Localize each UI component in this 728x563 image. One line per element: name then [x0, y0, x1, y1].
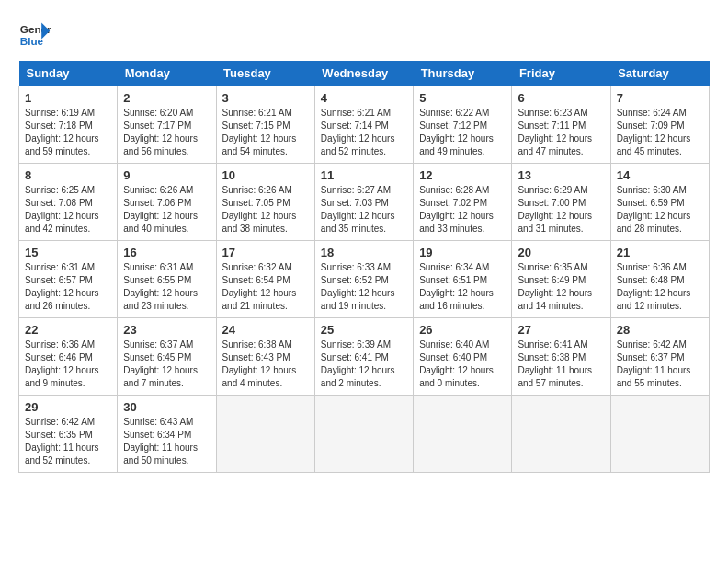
day-number: 29 — [25, 400, 111, 414]
day-number: 19 — [419, 246, 506, 259]
day-info: Sunrise: 6:25 AM Sunset: 7:08 PM Dayligh… — [25, 184, 111, 236]
day-number: 9 — [123, 168, 210, 182]
calendar-day-cell: 21 Sunrise: 6:36 AM Sunset: 6:48 PM Dayl… — [610, 241, 709, 318]
calendar-day-cell — [610, 396, 709, 473]
day-info: Sunrise: 6:35 AM Sunset: 6:49 PM Dayligh… — [518, 261, 604, 313]
day-of-week-header: Wednesday — [314, 61, 413, 86]
day-number: 6 — [518, 91, 604, 105]
day-info: Sunrise: 6:43 AM Sunset: 6:34 PM Dayligh… — [123, 416, 210, 467]
calendar-day-cell: 20 Sunrise: 6:35 AM Sunset: 6:49 PM Dayl… — [512, 241, 610, 318]
day-number: 1 — [25, 91, 111, 105]
calendar-day-cell: 22 Sunrise: 6:36 AM Sunset: 6:46 PM Dayl… — [19, 318, 118, 396]
day-number: 7 — [617, 91, 703, 105]
calendar-week-row: 22 Sunrise: 6:36 AM Sunset: 6:46 PM Dayl… — [19, 318, 710, 396]
day-info: Sunrise: 6:40 AM Sunset: 6:40 PM Dayligh… — [419, 339, 506, 390]
day-info: Sunrise: 6:37 AM Sunset: 6:45 PM Dayligh… — [123, 339, 210, 390]
day-number: 22 — [25, 323, 111, 337]
calendar-day-cell: 7 Sunrise: 6:24 AM Sunset: 7:09 PM Dayli… — [610, 86, 709, 164]
day-number: 21 — [617, 246, 703, 259]
calendar-table: SundayMondayTuesdayWednesdayThursdayFrid… — [18, 61, 710, 473]
day-info: Sunrise: 6:32 AM Sunset: 6:54 PM Dayligh… — [222, 261, 309, 313]
day-number: 4 — [321, 91, 407, 105]
calendar-week-row: 29 Sunrise: 6:42 AM Sunset: 6:35 PM Dayl… — [19, 396, 710, 473]
calendar-day-cell: 15 Sunrise: 6:31 AM Sunset: 6:57 PM Dayl… — [19, 241, 118, 318]
calendar-day-cell: 19 Sunrise: 6:34 AM Sunset: 6:51 PM Dayl… — [414, 241, 512, 318]
general-blue-logo-icon: General Blue — [18, 18, 51, 52]
day-number: 10 — [222, 168, 309, 182]
day-of-week-header: Thursday — [414, 61, 512, 86]
day-of-week-header: Saturday — [610, 61, 709, 86]
logo: General Blue — [18, 18, 51, 52]
calendar-header-row: SundayMondayTuesdayWednesdayThursdayFrid… — [19, 61, 710, 86]
day-info: Sunrise: 6:28 AM Sunset: 7:02 PM Dayligh… — [419, 184, 506, 236]
day-info: Sunrise: 6:23 AM Sunset: 7:11 PM Dayligh… — [518, 107, 604, 158]
day-of-week-header: Friday — [512, 61, 610, 86]
day-info: Sunrise: 6:31 AM Sunset: 6:57 PM Dayligh… — [25, 261, 111, 313]
day-of-week-header: Tuesday — [216, 61, 314, 86]
calendar-body: 1 Sunrise: 6:19 AM Sunset: 7:18 PM Dayli… — [19, 86, 710, 473]
day-info: Sunrise: 6:42 AM Sunset: 6:37 PM Dayligh… — [617, 339, 703, 390]
day-number: 27 — [518, 323, 604, 337]
calendar-day-cell: 1 Sunrise: 6:19 AM Sunset: 7:18 PM Dayli… — [19, 86, 118, 164]
day-info: Sunrise: 6:42 AM Sunset: 6:35 PM Dayligh… — [25, 416, 111, 467]
day-info: Sunrise: 6:29 AM Sunset: 7:00 PM Dayligh… — [518, 184, 604, 236]
calendar-day-cell: 13 Sunrise: 6:29 AM Sunset: 7:00 PM Dayl… — [512, 164, 610, 241]
day-info: Sunrise: 6:36 AM Sunset: 6:46 PM Dayligh… — [25, 339, 111, 390]
calendar-day-cell: 3 Sunrise: 6:21 AM Sunset: 7:15 PM Dayli… — [216, 86, 314, 164]
day-info: Sunrise: 6:26 AM Sunset: 7:06 PM Dayligh… — [123, 184, 210, 236]
calendar-day-cell: 10 Sunrise: 6:26 AM Sunset: 7:05 PM Dayl… — [216, 164, 314, 241]
day-number: 12 — [419, 168, 506, 182]
day-number: 2 — [123, 91, 210, 105]
day-number: 15 — [25, 246, 111, 259]
day-info: Sunrise: 6:39 AM Sunset: 6:41 PM Dayligh… — [321, 339, 407, 390]
page-header: General Blue — [18, 18, 710, 52]
calendar-day-cell: 12 Sunrise: 6:28 AM Sunset: 7:02 PM Dayl… — [414, 164, 512, 241]
calendar-week-row: 8 Sunrise: 6:25 AM Sunset: 7:08 PM Dayli… — [19, 164, 710, 241]
calendar-day-cell — [314, 396, 413, 473]
day-number: 25 — [321, 323, 407, 337]
day-info: Sunrise: 6:31 AM Sunset: 6:55 PM Dayligh… — [123, 261, 210, 313]
svg-text:Blue: Blue — [20, 35, 44, 47]
day-of-week-header: Monday — [118, 61, 216, 86]
calendar-day-cell: 30 Sunrise: 6:43 AM Sunset: 6:34 PM Dayl… — [118, 396, 216, 473]
calendar-day-cell: 17 Sunrise: 6:32 AM Sunset: 6:54 PM Dayl… — [216, 241, 314, 318]
day-info: Sunrise: 6:38 AM Sunset: 6:43 PM Dayligh… — [222, 339, 309, 390]
day-info: Sunrise: 6:36 AM Sunset: 6:48 PM Dayligh… — [617, 261, 703, 313]
calendar-day-cell — [414, 396, 512, 473]
day-info: Sunrise: 6:27 AM Sunset: 7:03 PM Dayligh… — [321, 184, 407, 236]
calendar-day-cell — [512, 396, 610, 473]
day-number: 18 — [321, 246, 407, 259]
calendar-day-cell: 5 Sunrise: 6:22 AM Sunset: 7:12 PM Dayli… — [414, 86, 512, 164]
calendar-day-cell: 24 Sunrise: 6:38 AM Sunset: 6:43 PM Dayl… — [216, 318, 314, 396]
day-info: Sunrise: 6:34 AM Sunset: 6:51 PM Dayligh… — [419, 261, 506, 313]
day-of-week-header: Sunday — [19, 61, 118, 86]
calendar-day-cell: 9 Sunrise: 6:26 AM Sunset: 7:06 PM Dayli… — [118, 164, 216, 241]
calendar-day-cell: 25 Sunrise: 6:39 AM Sunset: 6:41 PM Dayl… — [314, 318, 413, 396]
calendar-day-cell: 16 Sunrise: 6:31 AM Sunset: 6:55 PM Dayl… — [118, 241, 216, 318]
day-number: 13 — [518, 168, 604, 182]
day-number: 5 — [419, 91, 506, 105]
day-number: 23 — [123, 323, 210, 337]
day-info: Sunrise: 6:41 AM Sunset: 6:38 PM Dayligh… — [518, 339, 604, 390]
day-number: 17 — [222, 246, 309, 259]
calendar-day-cell: 14 Sunrise: 6:30 AM Sunset: 6:59 PM Dayl… — [610, 164, 709, 241]
day-info: Sunrise: 6:20 AM Sunset: 7:17 PM Dayligh… — [123, 107, 210, 158]
calendar-day-cell: 8 Sunrise: 6:25 AM Sunset: 7:08 PM Dayli… — [19, 164, 118, 241]
calendar-day-cell: 23 Sunrise: 6:37 AM Sunset: 6:45 PM Dayl… — [118, 318, 216, 396]
calendar-day-cell — [216, 396, 314, 473]
day-number: 20 — [518, 246, 604, 259]
calendar-week-row: 1 Sunrise: 6:19 AM Sunset: 7:18 PM Dayli… — [19, 86, 710, 164]
calendar-day-cell: 2 Sunrise: 6:20 AM Sunset: 7:17 PM Dayli… — [118, 86, 216, 164]
day-number: 24 — [222, 323, 309, 337]
calendar-week-row: 15 Sunrise: 6:31 AM Sunset: 6:57 PM Dayl… — [19, 241, 710, 318]
day-info: Sunrise: 6:19 AM Sunset: 7:18 PM Dayligh… — [25, 107, 111, 158]
day-number: 14 — [617, 168, 703, 182]
day-info: Sunrise: 6:24 AM Sunset: 7:09 PM Dayligh… — [617, 107, 703, 158]
day-number: 16 — [123, 246, 210, 259]
day-number: 11 — [321, 168, 407, 182]
calendar-day-cell: 11 Sunrise: 6:27 AM Sunset: 7:03 PM Dayl… — [314, 164, 413, 241]
day-info: Sunrise: 6:30 AM Sunset: 6:59 PM Dayligh… — [617, 184, 703, 236]
day-number: 3 — [222, 91, 309, 105]
calendar-day-cell: 29 Sunrise: 6:42 AM Sunset: 6:35 PM Dayl… — [19, 396, 118, 473]
day-info: Sunrise: 6:26 AM Sunset: 7:05 PM Dayligh… — [222, 184, 309, 236]
